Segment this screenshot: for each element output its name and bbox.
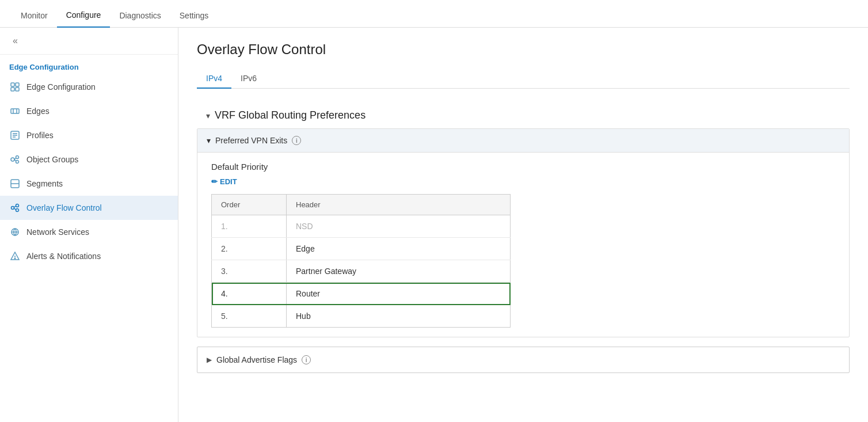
nav-monitor[interactable]: Monitor — [12, 4, 57, 27]
table-cell-order: 2. — [212, 238, 287, 260]
sidebar-item-network-services[interactable]: Network Services — [0, 220, 178, 244]
object-groups-icon — [9, 154, 21, 165]
edit-label: EDIT — [220, 177, 237, 186]
sidebar-item-label: Network Services — [26, 227, 89, 237]
table-cell-order: 3. — [212, 260, 287, 283]
svg-point-18 — [12, 207, 14, 210]
vrf-section-title: VRF Global Routing Preferences — [215, 109, 366, 121]
chevron-right-icon: ▶ — [207, 356, 212, 364]
table-header-order: Order — [212, 195, 287, 215]
sidebar-item-label: Segments — [26, 179, 63, 188]
table-cell-order: 5. — [212, 305, 287, 328]
svg-point-13 — [16, 161, 19, 164]
sidebar-item-label: Profiles — [26, 131, 54, 140]
table-row: 3.Partner Gateway — [212, 260, 511, 283]
nav-settings[interactable]: Settings — [170, 4, 218, 27]
global-advertise-section: ▶ Global Advertise Flags i — [197, 347, 850, 373]
sidebar-section-label: Edge Configuration — [0, 55, 178, 75]
main-content: Overlay Flow Control IPv4 IPv6 ▾ VRF Glo… — [178, 28, 868, 422]
sidebar-item-label: Edge Configuration — [26, 82, 96, 92]
svg-point-26 — [14, 258, 15, 258]
body-layout: « Edge Configuration Edge Configuration … — [0, 28, 868, 422]
nav-diagnostics[interactable]: Diagnostics — [110, 4, 170, 27]
table-cell-value: Edge — [287, 238, 511, 260]
edit-button[interactable]: ✏ EDIT — [211, 177, 237, 186]
table-cell-value: Router — [287, 283, 511, 305]
svg-line-21 — [14, 206, 16, 207]
svg-rect-2 — [11, 88, 14, 91]
priority-table: Order Header 1.NSD2.Edge3.Partner Gatewa… — [211, 194, 511, 328]
table-cell-order: 1. — [212, 215, 287, 238]
tab-ipv4[interactable]: IPv4 — [197, 69, 231, 89]
vpn-exits-header[interactable]: ▾ Preferred VPN Exits i — [197, 129, 849, 153]
table-row: 4.Router — [212, 283, 511, 305]
sidebar-item-label: Object Groups — [26, 155, 78, 164]
table-cell-value: NSD — [287, 215, 511, 238]
table-header-header: Header — [287, 195, 511, 215]
sidebar-item-segments[interactable]: Segments — [0, 172, 178, 196]
network-icon — [9, 226, 21, 238]
sidebar-item-label: Overlay Flow Control — [26, 203, 102, 212]
sidebar-item-edge-configuration[interactable]: Edge Configuration — [0, 75, 178, 99]
svg-line-22 — [14, 208, 16, 210]
table-cell-order: 4. — [212, 283, 287, 305]
top-nav: Monitor Configure Diagnostics Settings — [0, 0, 868, 28]
sidebar-item-object-groups[interactable]: Object Groups — [0, 147, 178, 172]
tab-ipv6[interactable]: IPv6 — [231, 69, 266, 88]
sidebar-item-label: Alerts & Notifications — [26, 252, 101, 261]
table-cell-value: Hub — [287, 305, 511, 328]
edit-icon: ✏ — [211, 177, 218, 186]
table-cell-value: Partner Gateway — [287, 260, 511, 283]
sidebar-item-profiles[interactable]: Profiles — [0, 123, 178, 147]
sidebar-item-label: Edges — [26, 107, 50, 116]
profiles-icon — [9, 130, 21, 141]
svg-rect-0 — [11, 83, 14, 86]
info-icon[interactable]: i — [292, 136, 301, 145]
global-advertise-title: Global Advertise Flags — [216, 355, 297, 364]
table-row: 1.NSD — [212, 215, 511, 238]
chevron-down-icon: ▾ — [207, 136, 211, 145]
page-title: Overlay Flow Control — [197, 41, 850, 58]
svg-rect-3 — [16, 88, 19, 91]
table-row: 2.Edge — [212, 238, 511, 260]
sidebar-item-edges[interactable]: Edges — [0, 99, 178, 123]
svg-point-12 — [16, 156, 19, 159]
overlay-icon — [9, 202, 21, 214]
svg-rect-1 — [16, 83, 19, 86]
svg-point-11 — [11, 158, 14, 161]
sidebar-header: « — [0, 28, 178, 55]
vpn-exits-subsection: ▾ Preferred VPN Exits i Default Priority… — [197, 128, 850, 337]
chevron-down-icon: ▾ — [206, 111, 210, 120]
alerts-icon — [9, 250, 21, 262]
edges-icon — [9, 105, 21, 117]
default-priority-label: Default Priority — [211, 162, 835, 172]
sidebar-collapse-button[interactable]: « — [9, 35, 21, 47]
subsection-body: Default Priority ✏ EDIT Order Header — [197, 153, 849, 337]
sidebar: « Edge Configuration Edge Configuration … — [0, 28, 178, 422]
grid-icon — [9, 81, 21, 93]
global-advertise-header[interactable]: ▶ Global Advertise Flags i — [197, 347, 849, 372]
svg-line-15 — [14, 159, 16, 161]
sidebar-item-alerts[interactable]: Alerts & Notifications — [0, 244, 178, 268]
vrf-section: ▾ VRF Global Routing Preferences ▾ Prefe… — [197, 102, 850, 337]
vpn-exits-title: Preferred VPN Exits — [215, 136, 287, 145]
svg-point-20 — [16, 209, 19, 212]
vrf-section-header[interactable]: ▾ VRF Global Routing Preferences — [197, 102, 850, 128]
table-row: 5.Hub — [212, 305, 511, 328]
svg-point-19 — [16, 204, 19, 207]
sidebar-item-overlay-flow-control[interactable]: Overlay Flow Control — [0, 196, 178, 220]
info-icon[interactable]: i — [302, 355, 311, 364]
segments-icon — [9, 178, 21, 189]
nav-configure[interactable]: Configure — [57, 3, 111, 28]
tabs: IPv4 IPv6 — [197, 69, 850, 89]
svg-rect-4 — [11, 109, 19, 113]
